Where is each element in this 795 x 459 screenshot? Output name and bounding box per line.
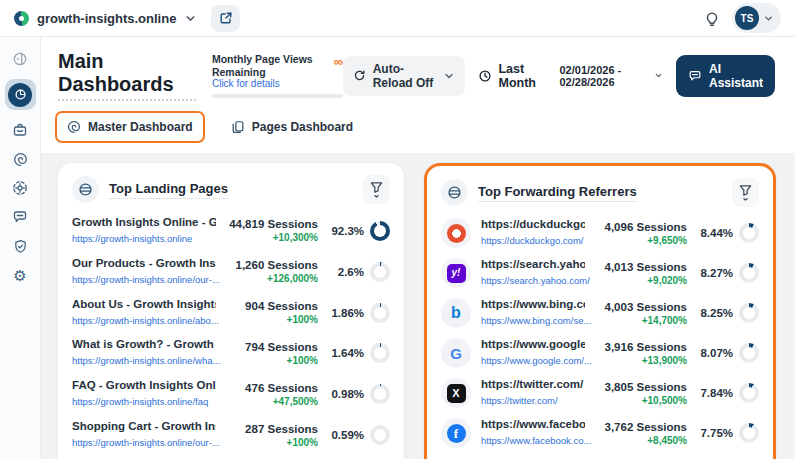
landing-page-row: What is Growth? - Growth Insight... http… — [72, 333, 390, 373]
landing-page-row: Our Products - Growth Insights O... http… — [72, 252, 390, 292]
sessions-value: 476 Sessions — [216, 382, 318, 394]
pages-icon — [231, 120, 245, 134]
top-landing-pages-card: Top Landing Pages Growth Insights Online… — [58, 163, 404, 459]
briefcase-icon[interactable] — [11, 121, 29, 139]
share-value: 8.07% — [700, 347, 733, 359]
landing-page-title: Our Products - Growth Insights O... — [72, 257, 216, 269]
landing-page-row: Shopping Cart - Growth Insights ... http… — [72, 415, 390, 455]
referrer-url[interactable]: https://twitter.com/ — [481, 395, 558, 406]
landing-page-row: FAQ - Growth Insights Online https://gro… — [72, 374, 390, 414]
sessions-value: 904 Sessions — [216, 300, 318, 312]
top-forwarding-referrers-card: Top Forwarding Referrers https://duckduc… — [424, 163, 776, 459]
landing-page-row: About Us - Growth Insights Online https:… — [72, 293, 390, 333]
automation-gear-icon[interactable] — [11, 179, 29, 197]
change-value: +14,700% — [585, 315, 687, 326]
referrer-row: f https://www.facebook.c... https://www.… — [441, 413, 759, 453]
shield-check-icon[interactable] — [11, 237, 29, 255]
dashboard-tabs: Master Dashboard Pages Dashboard — [41, 105, 795, 153]
share-ring — [370, 221, 390, 241]
top-bar: growth-insights.online TS — [0, 0, 795, 37]
referrer-title: https://www.facebook.c... — [481, 418, 585, 430]
share-ring — [739, 343, 759, 363]
sessions-value: 4,013 Sessions — [585, 261, 687, 273]
referrer-url[interactable]: https://duckduckgo.com/ — [481, 235, 583, 246]
chevron-down-icon — [184, 12, 197, 25]
referrer-title: https://www.bing.com/s... — [481, 298, 585, 310]
landing-page-title: Shopping Cart - Growth Insights ... — [72, 420, 216, 432]
panel-toggle-icon[interactable] — [11, 50, 29, 68]
open-site-button[interactable] — [211, 5, 240, 32]
landing-page-title: Growth Insights Online - Growth I... — [72, 216, 216, 228]
infinity-icon: ∞ — [333, 55, 342, 68]
referrer-url[interactable]: https://www.bing.com/se... — [481, 315, 591, 326]
tab-pages-dashboard[interactable]: Pages Dashboard — [221, 113, 363, 141]
referrer-title: https://www.google.com... — [481, 338, 585, 350]
swirl-icon[interactable] — [11, 150, 29, 168]
quota-label: Monthly Page Views Remaining — [212, 53, 333, 78]
tab-label: Pages Dashboard — [252, 120, 353, 134]
landing-pages-list: Growth Insights Online - Growth I... htt… — [72, 208, 390, 456]
sessions-value: 44,819 Sessions — [216, 218, 318, 230]
change-value: +8,450% — [585, 435, 687, 446]
page-title: Main Dashboards — [58, 50, 196, 101]
landing-page-url[interactable]: https://growth-insights.online/our-... — [72, 274, 220, 285]
share-ring — [370, 343, 390, 363]
swirl-icon — [67, 120, 81, 134]
referrer-url[interactable]: https://search.yahoo.com/ — [481, 275, 590, 286]
database-icon — [441, 179, 468, 206]
sessions-value: 794 Sessions — [216, 341, 318, 353]
sessions-value: 4,003 Sessions — [585, 301, 687, 313]
landing-page-url[interactable]: https://growth-insights.online/faq — [72, 396, 208, 407]
refresh-icon — [353, 69, 366, 82]
chat-icon[interactable] — [11, 208, 29, 226]
referrer-row: b https://www.bing.com/s... https://www.… — [441, 293, 759, 333]
landing-page-url[interactable]: https://growth-insights.online/abo... — [72, 315, 219, 326]
referrer-url[interactable]: https://www.google.com/... — [481, 355, 592, 366]
site-selector[interactable]: growth-insights.online — [14, 11, 197, 26]
filter-button[interactable] — [732, 178, 759, 207]
change-value: +100% — [216, 355, 318, 366]
share-value: 7.75% — [700, 427, 733, 439]
card-title: Top Landing Pages — [109, 181, 228, 199]
ai-assistant-button[interactable]: AI Assistant — [676, 55, 775, 97]
change-value: +13,900% — [585, 355, 687, 366]
landing-page-url[interactable]: https://growth-insights.online/wha... — [72, 355, 220, 366]
sidebar-item-dashboards[interactable] — [5, 79, 36, 110]
referrers-list: https://duckduckgo.com/ https://duckduck… — [441, 211, 759, 453]
auto-reload-dropdown[interactable]: Auto-Reload Off — [343, 56, 466, 96]
card-title: Top Forwarding Referrers — [478, 184, 637, 202]
landing-page-row: Growth Insights Online - Growth I... htt… — [72, 211, 390, 251]
quota-details-link[interactable]: Click for details — [212, 78, 333, 89]
user-menu[interactable]: TS — [732, 3, 781, 33]
dashboard-pie-icon — [8, 83, 32, 107]
share-value: 8.27% — [700, 267, 733, 279]
tab-master-dashboard[interactable]: Master Dashboard — [55, 111, 205, 143]
lightbulb-icon[interactable] — [704, 10, 720, 27]
landing-page-url[interactable]: https://growth-insights.online — [72, 233, 192, 244]
auto-reload-label: Auto-Reload Off — [373, 62, 437, 90]
referrer-favicon-icon: G — [441, 338, 471, 368]
referrer-favicon-icon: y! — [441, 258, 471, 288]
settings-gear-icon[interactable]: ⚙ — [11, 266, 29, 284]
share-value: 1.64% — [331, 347, 364, 359]
left-sidebar: ⚙ — [0, 37, 41, 459]
date-range-value: 02/01/2026 - 02/28/2026 — [559, 64, 651, 88]
referrer-favicon-icon: b — [441, 298, 471, 328]
share-ring — [370, 425, 390, 445]
referrer-title: https://twitter.com/ — [481, 378, 585, 390]
chevron-down-icon — [654, 71, 663, 80]
referrer-row: X https://twitter.com/ https://twitter.c… — [441, 373, 759, 413]
referrer-favicon-icon — [441, 218, 471, 248]
landing-page-url[interactable]: https://growth-insights.online/our-... — [72, 437, 220, 448]
date-range-selector[interactable]: 02/01/2026 - 02/28/2026 — [559, 64, 663, 88]
referrer-url[interactable]: https://www.facebook.co... — [481, 435, 591, 446]
filter-button[interactable] — [363, 175, 390, 204]
referrer-row: G https://www.google.com... https://www.… — [441, 333, 759, 373]
page-header: Main Dashboards Monthly Page Views Remai… — [41, 37, 795, 105]
period-selector[interactable]: Last Month — [478, 62, 546, 90]
sessions-value: 3,762 Sessions — [585, 421, 687, 433]
chat-bubble-icon — [688, 69, 702, 83]
share-ring — [739, 423, 759, 443]
chevron-down-icon — [763, 13, 774, 24]
share-value: 8.25% — [700, 307, 733, 319]
